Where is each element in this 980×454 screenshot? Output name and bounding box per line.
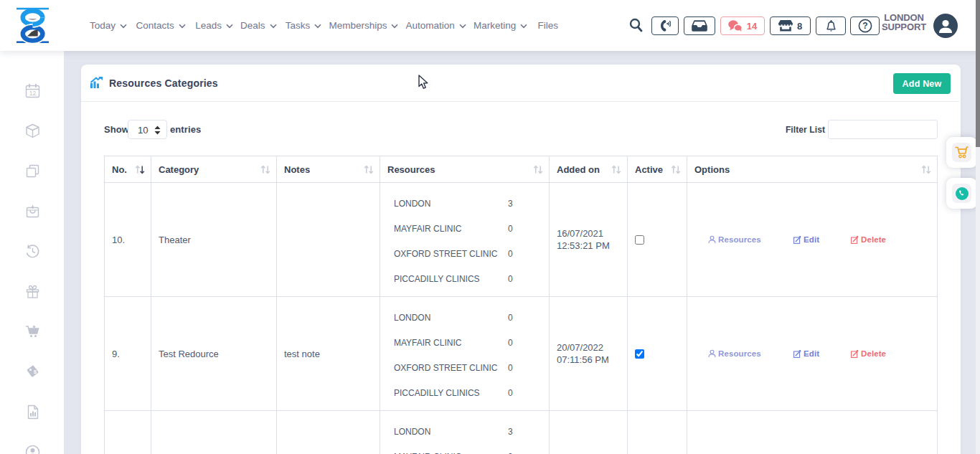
svg-text:$: $ <box>34 369 37 375</box>
svg-text:?: ? <box>862 21 867 31</box>
svg-text:12: 12 <box>29 90 37 97</box>
